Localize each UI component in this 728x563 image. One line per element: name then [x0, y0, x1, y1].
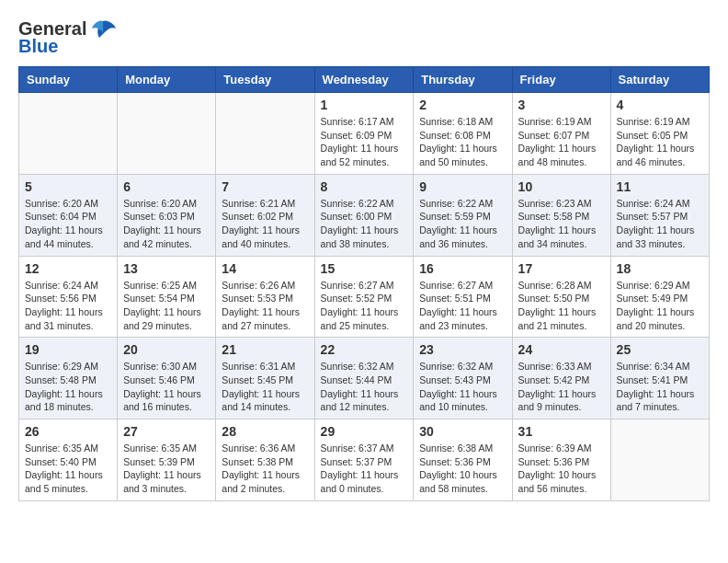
day-of-week-friday: Friday [512, 67, 610, 93]
day-info: Sunrise: 6:39 AM Sunset: 5:36 PM Dayligh… [518, 442, 605, 496]
day-number: 8 [321, 179, 408, 194]
calendar-day-1: 1Sunrise: 6:17 AM Sunset: 6:09 PM Daylig… [314, 93, 414, 175]
day-number: 31 [518, 424, 605, 439]
day-info: Sunrise: 6:37 AM Sunset: 5:37 PM Dayligh… [321, 442, 408, 496]
day-number: 18 [617, 261, 703, 276]
calendar-empty-cell [19, 93, 118, 175]
day-number: 13 [123, 261, 210, 276]
day-info: Sunrise: 6:24 AM Sunset: 5:56 PM Dayligh… [25, 279, 111, 333]
day-number: 14 [222, 261, 308, 276]
calendar-day-20: 20Sunrise: 6:30 AM Sunset: 5:46 PM Dayli… [118, 338, 216, 419]
calendar-day-3: 3Sunrise: 6:19 AM Sunset: 6:07 PM Daylig… [512, 93, 610, 175]
calendar-day-27: 27Sunrise: 6:35 AM Sunset: 5:39 PM Dayli… [118, 419, 216, 501]
day-number: 25 [617, 342, 703, 357]
calendar-day-26: 26Sunrise: 6:35 AM Sunset: 5:40 PM Dayli… [19, 419, 118, 501]
logo-bird-icon [90, 19, 116, 40]
day-number: 4 [617, 98, 703, 112]
calendar-table: SundayMondayTuesdayWednesdayThursdayFrid… [18, 66, 710, 501]
day-number: 17 [518, 261, 605, 276]
calendar-week-row: 12Sunrise: 6:24 AM Sunset: 5:56 PM Dayli… [19, 256, 710, 338]
day-info: Sunrise: 6:34 AM Sunset: 5:41 PM Dayligh… [617, 360, 703, 414]
calendar-day-18: 18Sunrise: 6:29 AM Sunset: 5:49 PM Dayli… [610, 256, 709, 338]
day-number: 23 [419, 342, 506, 357]
day-info: Sunrise: 6:19 AM Sunset: 6:07 PM Dayligh… [518, 115, 605, 169]
day-info: Sunrise: 6:22 AM Sunset: 5:59 PM Dayligh… [419, 197, 506, 251]
day-info: Sunrise: 6:30 AM Sunset: 5:46 PM Dayligh… [123, 360, 210, 414]
day-of-week-saturday: Saturday [610, 67, 709, 93]
calendar-day-17: 17Sunrise: 6:28 AM Sunset: 5:50 PM Dayli… [512, 256, 610, 338]
calendar-day-10: 10Sunrise: 6:23 AM Sunset: 5:58 PM Dayli… [512, 174, 610, 256]
calendar-day-7: 7Sunrise: 6:21 AM Sunset: 6:02 PM Daylig… [216, 174, 314, 256]
calendar-day-2: 2Sunrise: 6:18 AM Sunset: 6:08 PM Daylig… [414, 93, 512, 175]
calendar-empty-cell [118, 93, 216, 175]
day-info: Sunrise: 6:25 AM Sunset: 5:54 PM Dayligh… [123, 279, 210, 333]
day-of-week-monday: Monday [118, 67, 216, 93]
calendar-day-21: 21Sunrise: 6:31 AM Sunset: 5:45 PM Dayli… [216, 338, 314, 419]
day-number: 22 [321, 342, 408, 357]
day-info: Sunrise: 6:18 AM Sunset: 6:08 PM Dayligh… [419, 115, 506, 169]
calendar-day-4: 4Sunrise: 6:19 AM Sunset: 6:05 PM Daylig… [610, 93, 709, 175]
calendar-day-16: 16Sunrise: 6:27 AM Sunset: 5:51 PM Dayli… [414, 256, 512, 338]
day-info: Sunrise: 6:38 AM Sunset: 5:36 PM Dayligh… [419, 442, 506, 496]
calendar-week-row: 19Sunrise: 6:29 AM Sunset: 5:48 PM Dayli… [19, 338, 710, 419]
calendar-day-31: 31Sunrise: 6:39 AM Sunset: 5:36 PM Dayli… [512, 419, 610, 501]
day-of-week-thursday: Thursday [414, 67, 512, 93]
day-info: Sunrise: 6:24 AM Sunset: 5:57 PM Dayligh… [617, 197, 703, 251]
day-number: 19 [25, 342, 111, 357]
day-number: 29 [321, 424, 408, 439]
logo: General Blue [18, 18, 116, 57]
day-info: Sunrise: 6:17 AM Sunset: 6:09 PM Dayligh… [321, 115, 408, 169]
day-number: 24 [518, 342, 605, 357]
day-number: 21 [222, 342, 308, 357]
calendar-day-14: 14Sunrise: 6:26 AM Sunset: 5:53 PM Dayli… [216, 256, 314, 338]
day-info: Sunrise: 6:35 AM Sunset: 5:39 PM Dayligh… [123, 442, 210, 496]
day-number: 28 [222, 424, 308, 439]
day-info: Sunrise: 6:35 AM Sunset: 5:40 PM Dayligh… [25, 442, 111, 496]
day-info: Sunrise: 6:20 AM Sunset: 6:03 PM Dayligh… [123, 197, 210, 251]
day-number: 26 [25, 424, 111, 439]
day-number: 7 [222, 179, 308, 194]
calendar-day-28: 28Sunrise: 6:36 AM Sunset: 5:38 PM Dayli… [216, 419, 314, 501]
calendar-day-15: 15Sunrise: 6:27 AM Sunset: 5:52 PM Dayli… [314, 256, 414, 338]
day-number: 10 [518, 179, 605, 194]
calendar-day-19: 19Sunrise: 6:29 AM Sunset: 5:48 PM Dayli… [19, 338, 118, 419]
day-number: 2 [419, 98, 506, 112]
calendar-header-row: SundayMondayTuesdayWednesdayThursdayFrid… [19, 67, 710, 93]
calendar-day-30: 30Sunrise: 6:38 AM Sunset: 5:36 PM Dayli… [414, 419, 512, 501]
day-info: Sunrise: 6:33 AM Sunset: 5:42 PM Dayligh… [518, 360, 605, 414]
day-of-week-tuesday: Tuesday [216, 67, 314, 93]
calendar-day-13: 13Sunrise: 6:25 AM Sunset: 5:54 PM Dayli… [118, 256, 216, 338]
day-info: Sunrise: 6:20 AM Sunset: 6:04 PM Dayligh… [25, 197, 111, 251]
calendar-week-row: 26Sunrise: 6:35 AM Sunset: 5:40 PM Dayli… [19, 419, 710, 501]
day-number: 3 [518, 98, 605, 112]
day-number: 30 [419, 424, 506, 439]
calendar-day-5: 5Sunrise: 6:20 AM Sunset: 6:04 PM Daylig… [19, 174, 118, 256]
calendar-day-8: 8Sunrise: 6:22 AM Sunset: 6:00 PM Daylig… [314, 174, 414, 256]
calendar-day-23: 23Sunrise: 6:32 AM Sunset: 5:43 PM Dayli… [414, 338, 512, 419]
page-header: General Blue [18, 18, 710, 57]
day-number: 27 [123, 424, 210, 439]
logo-blue-text: Blue [18, 36, 58, 57]
day-number: 1 [321, 98, 408, 112]
day-info: Sunrise: 6:32 AM Sunset: 5:44 PM Dayligh… [321, 360, 408, 414]
calendar-day-24: 24Sunrise: 6:33 AM Sunset: 5:42 PM Dayli… [512, 338, 610, 419]
calendar-day-11: 11Sunrise: 6:24 AM Sunset: 5:57 PM Dayli… [610, 174, 709, 256]
calendar-week-row: 5Sunrise: 6:20 AM Sunset: 6:04 PM Daylig… [19, 174, 710, 256]
day-number: 15 [321, 261, 408, 276]
calendar-day-25: 25Sunrise: 6:34 AM Sunset: 5:41 PM Dayli… [610, 338, 709, 419]
day-info: Sunrise: 6:29 AM Sunset: 5:48 PM Dayligh… [25, 360, 111, 414]
day-info: Sunrise: 6:31 AM Sunset: 5:45 PM Dayligh… [222, 360, 308, 414]
day-info: Sunrise: 6:22 AM Sunset: 6:00 PM Dayligh… [321, 197, 408, 251]
day-info: Sunrise: 6:27 AM Sunset: 5:52 PM Dayligh… [321, 279, 408, 333]
day-info: Sunrise: 6:36 AM Sunset: 5:38 PM Dayligh… [222, 442, 308, 496]
day-of-week-sunday: Sunday [19, 67, 118, 93]
day-info: Sunrise: 6:26 AM Sunset: 5:53 PM Dayligh… [222, 279, 308, 333]
day-number: 11 [617, 179, 703, 194]
calendar-day-22: 22Sunrise: 6:32 AM Sunset: 5:44 PM Dayli… [314, 338, 414, 419]
day-info: Sunrise: 6:21 AM Sunset: 6:02 PM Dayligh… [222, 197, 308, 251]
calendar-day-9: 9Sunrise: 6:22 AM Sunset: 5:59 PM Daylig… [414, 174, 512, 256]
calendar-empty-cell [610, 419, 709, 501]
day-info: Sunrise: 6:23 AM Sunset: 5:58 PM Dayligh… [518, 197, 605, 251]
day-info: Sunrise: 6:27 AM Sunset: 5:51 PM Dayligh… [419, 279, 506, 333]
day-number: 20 [123, 342, 210, 357]
